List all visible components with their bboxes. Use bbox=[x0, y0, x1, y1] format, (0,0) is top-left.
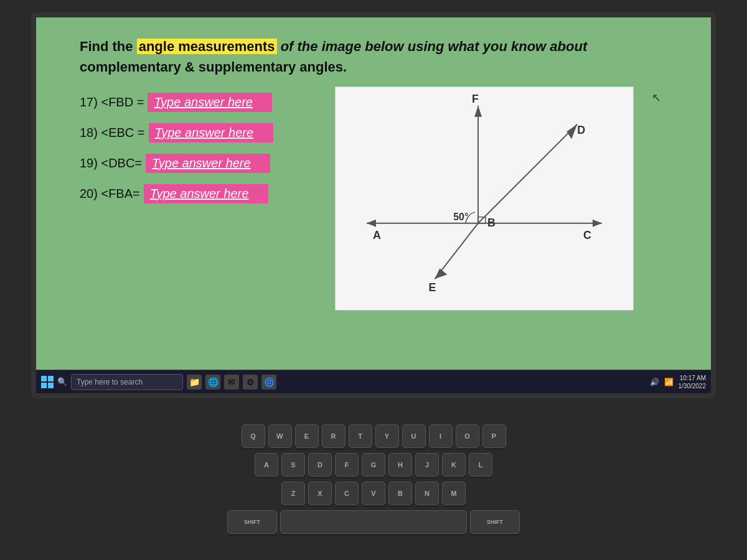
key-v[interactable]: V bbox=[362, 482, 385, 505]
key-space[interactable] bbox=[280, 510, 467, 534]
svg-text:A: A bbox=[373, 229, 381, 241]
key-h[interactable]: H bbox=[388, 453, 412, 477]
answer-17-box[interactable]: Type answer here bbox=[148, 93, 272, 112]
taskbar-explorer-icon[interactable]: 📁 bbox=[187, 375, 202, 390]
key-p[interactable]: P bbox=[482, 424, 506, 448]
geometry-svg: F D B A C E 50° bbox=[336, 87, 633, 310]
tray-icon-1: 🔊 bbox=[650, 378, 659, 386]
taskbar-settings-icon[interactable]: ⚙ bbox=[243, 375, 258, 390]
system-clock: 10:17 AM 1/30/2022 bbox=[679, 374, 707, 390]
geometry-diagram: F D B A C E 50° bbox=[335, 86, 634, 310]
tray-icon-2: 📶 bbox=[664, 378, 674, 386]
question-18: 18) <EBC = Type answer here bbox=[80, 123, 316, 142]
key-t[interactable]: T bbox=[349, 424, 372, 448]
laptop-body: Find the angle measurements of the image… bbox=[0, 0, 747, 560]
key-c[interactable]: C bbox=[335, 482, 359, 505]
key-w[interactable]: W bbox=[268, 424, 292, 448]
key-d[interactable]: D bbox=[308, 453, 332, 477]
svg-text:E: E bbox=[429, 281, 436, 294]
svg-rect-0 bbox=[336, 87, 632, 310]
taskbar-browser-icon[interactable]: 🌀 bbox=[261, 375, 276, 390]
windows-start-button[interactable] bbox=[41, 376, 54, 388]
key-z[interactable]: Z bbox=[281, 482, 305, 505]
keyboard: Q W E R T Y U I O P A S D F G H J K L Z … bbox=[0, 398, 747, 560]
document-background: Find the angle measurements of the image… bbox=[36, 17, 711, 393]
key-o[interactable]: O bbox=[456, 424, 479, 448]
key-g[interactable]: G bbox=[362, 453, 385, 477]
key-u[interactable]: U bbox=[402, 424, 426, 448]
taskbar-edge-icon[interactable]: 🌐 bbox=[205, 375, 220, 390]
svg-text:D: D bbox=[577, 124, 585, 136]
title-line1: Find the angle measurements of the image… bbox=[80, 36, 680, 57]
question-18-label: 18) <EBC = bbox=[80, 126, 145, 140]
key-q[interactable]: Q bbox=[242, 424, 265, 448]
question-20-label: 20) <FBA= bbox=[80, 187, 140, 201]
svg-text:C: C bbox=[583, 229, 591, 241]
key-s[interactable]: S bbox=[281, 453, 305, 477]
key-shift-right[interactable]: SHIFT bbox=[470, 510, 520, 534]
taskbar-mail-icon[interactable]: ✉ bbox=[224, 375, 239, 390]
title-suffix: of the image below using what you know a… bbox=[277, 39, 588, 54]
clock-time: 10:17 AM bbox=[679, 374, 707, 382]
key-e[interactable]: E bbox=[295, 424, 319, 448]
key-k[interactable]: K bbox=[442, 453, 466, 477]
clock-date: 1/30/2022 bbox=[679, 382, 707, 390]
key-n[interactable]: N bbox=[415, 482, 439, 505]
laptop-screen: Find the angle measurements of the image… bbox=[31, 12, 716, 398]
taskbar: 🔍 Type here to search 📁 🌐 ✉ ⚙ 🌀 🔊 📶 10:1… bbox=[36, 370, 711, 393]
key-x[interactable]: X bbox=[308, 482, 332, 505]
key-f[interactable]: F bbox=[335, 453, 359, 477]
question-20: 20) <FBA= Type answer here bbox=[80, 184, 316, 203]
title-line2: complementary & supplementary angles. bbox=[80, 57, 680, 77]
questions-container: 17) <FBD = Type answer here 18) <EBC = T… bbox=[80, 93, 680, 310]
key-m[interactable]: M bbox=[442, 482, 466, 505]
keyboard-row-2: A S D F G H J K L bbox=[255, 453, 492, 477]
svg-text:B: B bbox=[487, 217, 496, 229]
answer-19-box[interactable]: Type answer here bbox=[146, 154, 270, 173]
title-highlight: angle measurements bbox=[137, 39, 277, 54]
system-tray: 🔊 📶 10:17 AM 1/30/2022 bbox=[650, 374, 707, 390]
key-l[interactable]: L bbox=[469, 453, 492, 477]
title-section: Find the angle measurements of the image… bbox=[80, 36, 680, 77]
taskbar-search-label: Type here to search bbox=[77, 378, 143, 386]
key-i[interactable]: I bbox=[429, 424, 453, 448]
key-b[interactable]: B bbox=[388, 482, 412, 505]
key-r[interactable]: R bbox=[322, 424, 345, 448]
taskbar-search-box[interactable]: Type here to search bbox=[71, 374, 183, 390]
key-shift-left[interactable]: SHIFT bbox=[227, 510, 277, 534]
answer-20-box[interactable]: Type answer here bbox=[144, 184, 268, 203]
title-prefix: Find the bbox=[80, 39, 137, 54]
question-19-label: 19) <DBC= bbox=[80, 156, 142, 170]
keyboard-row-space: SHIFT SHIFT bbox=[227, 510, 520, 534]
doc-content: Find the angle measurements of the image… bbox=[36, 17, 711, 393]
key-j[interactable]: J bbox=[415, 453, 439, 477]
question-17-label: 17) <FBD = bbox=[80, 95, 144, 110]
keyboard-row-3: Z X C V B N M bbox=[281, 482, 466, 505]
answer-18-box[interactable]: Type answer here bbox=[149, 123, 273, 142]
question-19: 19) <DBC= Type answer here bbox=[80, 154, 316, 173]
svg-text:F: F bbox=[472, 93, 479, 105]
keyboard-row-1: Q W E R T Y U I O P bbox=[242, 424, 506, 448]
questions-list: 17) <FBD = Type answer here 18) <EBC = T… bbox=[80, 93, 316, 203]
search-icon: 🔍 bbox=[57, 377, 67, 386]
key-a[interactable]: A bbox=[255, 453, 278, 477]
key-y[interactable]: Y bbox=[375, 424, 399, 448]
question-17: 17) <FBD = Type answer here bbox=[80, 93, 316, 112]
